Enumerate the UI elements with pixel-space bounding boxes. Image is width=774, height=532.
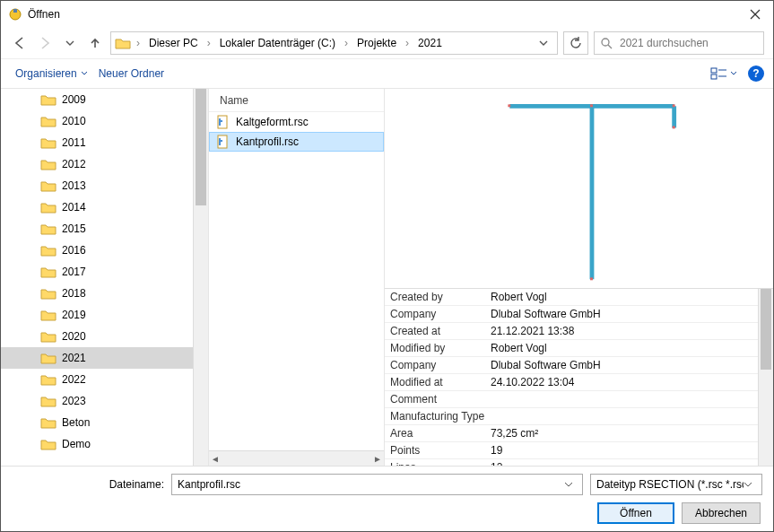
property-key: Comment — [385, 393, 491, 406]
tree-item[interactable]: 2023 — [1, 390, 208, 412]
tree-item[interactable]: 2011 — [1, 132, 208, 153]
tree-item-label: 2013 — [62, 179, 86, 192]
folder-icon — [40, 265, 57, 279]
filename-combo[interactable] — [171, 474, 583, 495]
tree-item-label: 2017 — [62, 266, 86, 278]
scrollbar[interactable] — [758, 289, 773, 466]
close-button[interactable] — [737, 1, 773, 28]
filetype-combo[interactable]: Dateityp RSECTION (*.rsc *.rscb — [590, 474, 762, 495]
recent-dropdown-icon[interactable] — [60, 33, 80, 53]
tree-item-label: 2023 — [62, 395, 86, 407]
tree-item[interactable]: 2012 — [1, 153, 208, 175]
chevron-down-icon[interactable] — [744, 480, 761, 489]
svg-rect-7 — [711, 74, 717, 79]
property-key: Manufacturing Type — [385, 410, 491, 423]
tree-item-label: 2016 — [62, 244, 86, 257]
breadcrumb[interactable]: Lokaler Datenträger (C:) — [216, 35, 339, 51]
property-value: 12 — [491, 461, 758, 466]
breadcrumb[interactable]: Dieser PC — [145, 35, 202, 51]
search-input[interactable] — [618, 36, 758, 50]
tree-item[interactable]: 2017 — [1, 261, 208, 283]
properties-list: Created byRobert VoglCompanyDlubal Softw… — [385, 288, 773, 466]
tree-item[interactable]: 2009 — [1, 89, 208, 110]
tree-item[interactable]: 2016 — [1, 240, 208, 261]
tree-item[interactable]: 2010 — [1, 110, 208, 132]
tree-item[interactable]: 2015 — [1, 218, 208, 240]
breadcrumb[interactable]: 2021 — [414, 35, 446, 51]
scrollbar[interactable]: ◄► — [209, 450, 384, 466]
folder-icon — [40, 135, 57, 150]
tree-item-label: 2021 — [62, 352, 86, 364]
property-value: Dlubal Software GmbH — [491, 359, 758, 371]
property-key: Company — [385, 359, 491, 371]
file-list: Name Kaltgeformt.rscKantprofil.rsc ◄► — [209, 89, 385, 466]
tree-item[interactable]: 2019 — [1, 304, 208, 326]
tree-item[interactable]: 2020 — [1, 326, 208, 347]
chevron-down-icon[interactable] — [564, 480, 582, 489]
tree-item-label: 2012 — [62, 158, 86, 170]
chevron-right-icon[interactable]: › — [402, 37, 413, 49]
filename-input[interactable] — [172, 478, 564, 491]
property-key: Created by — [385, 291, 491, 303]
folder-icon — [40, 200, 57, 214]
refresh-button[interactable] — [563, 31, 588, 55]
column-header-name[interactable]: Name — [209, 89, 384, 112]
cancel-button[interactable]: Abbrechen — [682, 502, 761, 524]
tree-item[interactable]: Beton — [1, 412, 208, 433]
folder-icon — [115, 35, 131, 51]
breadcrumb[interactable]: Projekte — [353, 35, 400, 51]
forward-button[interactable] — [35, 33, 55, 53]
tree-item[interactable]: 2013 — [1, 175, 208, 196]
tree-item-label: 2010 — [62, 115, 86, 127]
property-row: CompanyDlubal Software GmbH — [385, 306, 758, 323]
property-row: Lines12 — [385, 459, 758, 466]
chevron-right-icon[interactable]: › — [133, 37, 143, 49]
nav-row: › Dieser PC › Lokaler Datenträger (C:) ›… — [1, 28, 773, 58]
new-folder-button[interactable]: Neuer Ordner — [93, 64, 170, 83]
address-bar[interactable]: › Dieser PC › Lokaler Datenträger (C:) ›… — [110, 31, 558, 55]
file-name: Kantprofil.rsc — [236, 135, 299, 148]
folder-icon — [40, 157, 57, 171]
tree-item[interactable]: 2014 — [1, 196, 208, 218]
file-row[interactable]: Kantprofil.rsc — [209, 132, 384, 152]
folder-icon — [40, 415, 57, 430]
open-dialog: Öffnen › Dieser PC › Lokaler Datenträger… — [0, 0, 774, 532]
property-value: 19 — [491, 444, 758, 457]
view-mode-button[interactable] — [707, 65, 741, 82]
search-box[interactable] — [594, 31, 764, 55]
folder-icon — [40, 222, 57, 236]
footer: Dateiname: Dateityp RSECTION (*.rsc *.rs… — [1, 466, 773, 531]
tree-item[interactable]: 2018 — [1, 283, 208, 304]
property-value: 73,25 cm² — [491, 427, 758, 440]
file-row[interactable]: Kaltgeformt.rsc — [209, 112, 384, 132]
folder-icon — [40, 372, 57, 387]
folder-icon — [40, 92, 57, 107]
help-button[interactable]: ? — [748, 65, 764, 82]
tree-item[interactable]: 2022 — [1, 369, 208, 390]
property-value: Robert Vogl — [491, 291, 758, 303]
property-row: Modified byRobert Vogl — [385, 340, 758, 357]
tree-item-label: Beton — [62, 416, 90, 429]
scrollbar[interactable] — [193, 89, 208, 466]
up-button[interactable] — [85, 33, 105, 53]
folder-tree: 2009201020112012201320142015201620172018… — [1, 89, 209, 466]
folder-icon — [40, 286, 57, 301]
back-button[interactable] — [10, 33, 30, 53]
tree-item-label: 2015 — [62, 222, 86, 235]
tree-item-label: 2022 — [62, 373, 86, 386]
chevron-down-icon — [730, 70, 737, 77]
open-button[interactable]: Öffnen — [597, 502, 674, 524]
chevron-right-icon[interactable]: › — [204, 37, 214, 49]
address-dropdown-icon[interactable] — [534, 39, 553, 48]
tree-item-label: 2011 — [62, 136, 86, 149]
organize-menu[interactable]: Organisieren — [10, 64, 93, 83]
tree-item[interactable]: Demo — [1, 433, 208, 455]
tree-item[interactable]: 2021 — [1, 347, 208, 369]
tree-item-label: 2009 — [62, 93, 86, 106]
titlebar: Öffnen — [1, 1, 773, 28]
property-key: Created at — [385, 325, 491, 337]
chevron-right-icon[interactable]: › — [341, 37, 352, 49]
property-value: Robert Vogl — [491, 342, 758, 354]
folder-icon — [40, 394, 57, 408]
property-key: Lines — [385, 461, 491, 466]
